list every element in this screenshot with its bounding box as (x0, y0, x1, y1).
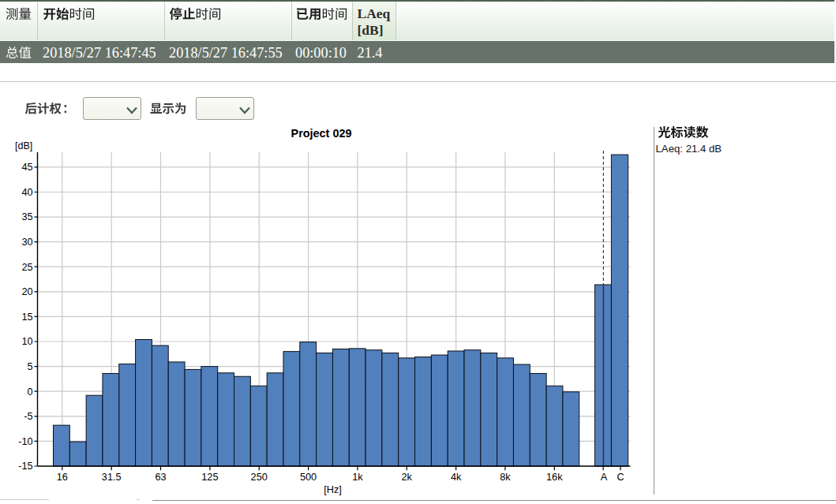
svg-text:40: 40 (21, 187, 32, 198)
svg-text:16k: 16k (546, 472, 563, 483)
svg-text:2018/5/27 16:47:45: 2018/5/27 16:47:45 (43, 45, 156, 61)
svg-text:[Hz]: [Hz] (324, 484, 342, 495)
svg-text:00:00:10: 00:00:10 (295, 45, 347, 61)
svg-text:16: 16 (57, 472, 68, 483)
svg-text:LAeq: 21.4 dB: LAeq: 21.4 dB (656, 143, 722, 155)
svg-text:Project 029: Project 029 (291, 127, 352, 140)
svg-text:[dB]: [dB] (15, 140, 32, 151)
svg-text:25: 25 (21, 262, 32, 273)
svg-text:1k: 1k (352, 472, 363, 483)
svg-text:-15: -15 (18, 461, 32, 472)
svg-text:21.4: 21.4 (358, 45, 383, 61)
svg-text:30: 30 (21, 237, 32, 248)
svg-text:35: 35 (21, 211, 32, 222)
svg-text:[dB]: [dB] (358, 22, 384, 38)
svg-text:LAeq: LAeq (358, 6, 391, 21)
svg-text:2018/5/27 16:47:55: 2018/5/27 16:47:55 (169, 45, 283, 61)
svg-text:2k: 2k (401, 472, 412, 483)
svg-text:8k: 8k (500, 472, 511, 483)
svg-text:-5: -5 (24, 411, 32, 422)
svg-text:-10: -10 (18, 436, 32, 447)
svg-text:125: 125 (201, 472, 218, 483)
svg-text:5: 5 (27, 361, 32, 372)
svg-text:63: 63 (155, 472, 166, 483)
svg-text:20: 20 (21, 286, 32, 297)
svg-text:31.5: 31.5 (102, 472, 122, 483)
svg-text:C: C (617, 472, 624, 483)
svg-text:250: 250 (251, 472, 268, 483)
svg-text:10: 10 (21, 336, 32, 347)
svg-text:0: 0 (27, 386, 32, 398)
svg-text:500: 500 (300, 472, 317, 483)
svg-text:45: 45 (21, 162, 32, 173)
svg-text:15: 15 (21, 312, 32, 323)
svg-text:4k: 4k (451, 472, 462, 483)
svg-text:A: A (601, 472, 608, 483)
